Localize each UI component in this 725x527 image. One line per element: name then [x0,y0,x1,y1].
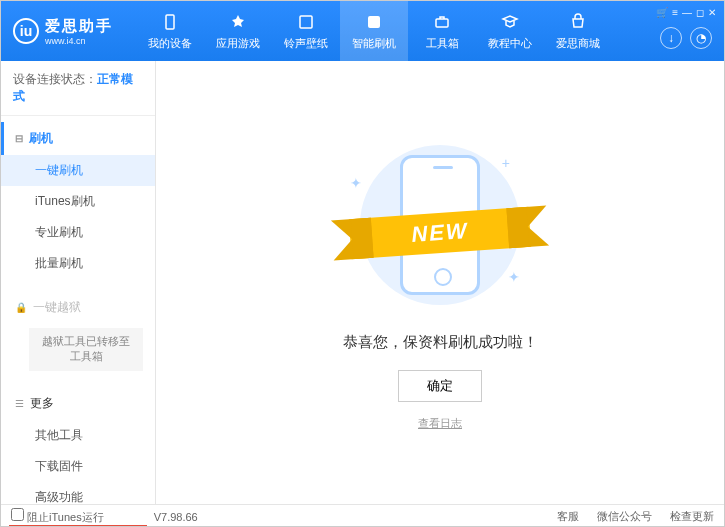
top-nav: 我的设备 应用游戏 铃声壁纸 智能刷机 工具箱 教程中心 爱思商城 [136,1,724,61]
footer-link-support[interactable]: 客服 [557,509,579,524]
jailbreak-note: 越狱工具已转移至工具箱 [29,328,143,371]
nav-ringtones[interactable]: 铃声壁纸 [272,1,340,61]
svg-rect-2 [368,16,380,28]
nav-store[interactable]: 爱思商城 [544,1,612,61]
app-subtitle: www.i4.cn [45,36,113,46]
menu-icon[interactable]: ≡ [672,7,678,18]
titlebar-controls: 🛒 ≡ — ◻ ✕ [656,7,716,18]
tutorial-icon [500,12,520,32]
nav-smart-flash[interactable]: 智能刷机 [340,1,408,61]
svg-rect-0 [166,15,174,29]
maximize-icon[interactable]: ◻ [696,7,704,18]
checkbox-block-itunes[interactable]: 阻止iTunes运行 [11,508,104,525]
wallpaper-icon [296,12,316,32]
success-message: 恭喜您，保资料刷机成功啦！ [343,333,538,352]
toolbox-icon [432,12,452,32]
svg-rect-3 [436,19,448,27]
app-title: 爱思助手 [45,17,113,36]
collapse-icon: ☰ [15,398,24,409]
sidebar-section-flash[interactable]: ⊟ 刷机 [1,122,155,155]
main-content: ✦+✦ NEW 恭喜您，保资料刷机成功啦！ 确定 查看日志 [156,61,724,504]
sidebar-item-oneclick-flash[interactable]: 一键刷机 [1,155,155,186]
minimize-icon[interactable]: — [682,7,692,18]
device-status: 设备连接状态：正常模式 [1,61,155,116]
footer-link-wechat[interactable]: 微信公众号 [597,509,652,524]
sidebar-item-itunes-flash[interactable]: iTunes刷机 [1,186,155,217]
device-icon [160,12,180,32]
lock-icon: 🔒 [15,302,27,313]
sidebar: 设备连接状态：正常模式 ⊟ 刷机 一键刷机 iTunes刷机 专业刷机 批量刷机… [1,61,156,504]
flash-icon [364,12,384,32]
logo-area: iu 爱思助手 www.i4.cn [1,17,136,46]
sidebar-item-download-firmware[interactable]: 下载固件 [1,451,155,482]
nav-my-device[interactable]: 我的设备 [136,1,204,61]
ribbon-text: NEW [410,218,469,248]
nav-toolbox[interactable]: 工具箱 [408,1,476,61]
confirm-button[interactable]: 确定 [398,370,482,402]
view-log-link[interactable]: 查看日志 [418,416,462,431]
success-illustration: ✦+✦ NEW [340,135,540,315]
sidebar-item-pro-flash[interactable]: 专业刷机 [1,217,155,248]
sidebar-item-batch-flash[interactable]: 批量刷机 [1,248,155,279]
sidebar-section-jailbreak: 🔒 一键越狱 [1,291,155,324]
app-header: iu 爱思助手 www.i4.cn 我的设备 应用游戏 铃声壁纸 智能刷机 工具… [1,1,724,61]
download-icon[interactable]: ↓ [660,27,682,49]
collapse-icon: ⊟ [15,133,23,144]
close-icon[interactable]: ✕ [708,7,716,18]
svg-rect-1 [300,16,312,28]
sidebar-section-more[interactable]: ☰ 更多 [1,387,155,420]
sidebar-item-other-tools[interactable]: 其他工具 [1,420,155,451]
footer-link-update[interactable]: 检查更新 [670,509,714,524]
store-icon [568,12,588,32]
logo-icon: iu [13,18,39,44]
version-label: V7.98.66 [154,511,198,523]
nav-apps-games[interactable]: 应用游戏 [204,1,272,61]
user-icon[interactable]: ◔ [690,27,712,49]
cart-icon[interactable]: 🛒 [656,7,668,18]
nav-tutorials[interactable]: 教程中心 [476,1,544,61]
apps-icon [228,12,248,32]
